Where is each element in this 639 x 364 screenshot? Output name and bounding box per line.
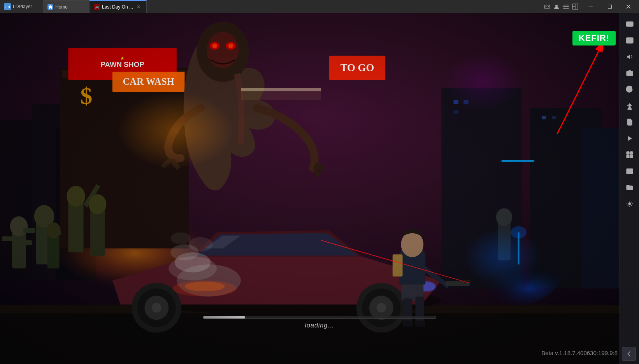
svg-text:★: ★ <box>120 56 125 61</box>
svg-point-58 <box>207 32 239 68</box>
minimize-button[interactable] <box>582 0 600 13</box>
home-tab-favicon <box>47 4 53 10</box>
keyboard-button[interactable] <box>622 33 637 48</box>
svg-rect-122 <box>630 152 633 154</box>
menu-icon[interactable] <box>562 3 570 10</box>
virtual-gps-button[interactable] <box>622 98 637 114</box>
svg-rect-123 <box>627 155 629 158</box>
svg-rect-124 <box>630 155 633 158</box>
svg-rect-121 <box>627 152 629 154</box>
svg-rect-25 <box>453 100 458 104</box>
svg-rect-104 <box>627 23 628 24</box>
svg-point-74 <box>89 194 106 214</box>
screenshot-button[interactable] <box>622 65 637 81</box>
folder-button[interactable] <box>622 180 637 195</box>
svg-marker-120 <box>628 136 632 141</box>
svg-point-5 <box>548 6 549 7</box>
svg-text:$: $ <box>80 82 92 109</box>
svg-text:CAR WASH: CAR WASH <box>123 76 174 87</box>
svg-point-49 <box>152 303 162 313</box>
svg-rect-66 <box>22 240 32 245</box>
svg-rect-9 <box>563 6 569 7</box>
svg-text:🎮: 🎮 <box>95 5 100 10</box>
version-text: Beta v.1.18.7.400630:199.9:8 <box>541 350 618 356</box>
game-tab-label: Last Day On ... <box>102 4 133 10</box>
layout-icon[interactable] <box>571 3 579 10</box>
svg-point-96 <box>170 232 191 244</box>
record-button[interactable] <box>622 131 637 146</box>
svg-rect-8 <box>563 5 569 5</box>
settings-button[interactable] <box>622 196 637 212</box>
window-button[interactable] <box>622 163 637 179</box>
svg-rect-65 <box>2 236 12 241</box>
svg-point-64 <box>10 216 28 236</box>
svg-point-76 <box>46 222 61 238</box>
svg-rect-71 <box>68 200 83 252</box>
svg-rect-106 <box>630 23 632 24</box>
svg-rect-100 <box>241 88 321 100</box>
svg-point-6 <box>549 7 549 7</box>
zoom-button[interactable] <box>622 147 637 163</box>
game-scene-svg: PAWN SHOP ★ $ CAR WASH TO GO <box>0 13 639 364</box>
tab-bar: Home 🎮 Last Day On ... ✕ <box>43 0 540 13</box>
svg-point-128 <box>628 169 629 170</box>
svg-point-98 <box>184 282 225 291</box>
ld-logo-icon: LD <box>4 3 11 10</box>
svg-rect-73 <box>90 208 105 257</box>
app-logo: LD LDPlayer <box>0 3 43 10</box>
svg-point-92 <box>511 226 527 238</box>
game-tab-favicon: 🎮 <box>94 4 100 10</box>
svg-point-62 <box>228 44 233 48</box>
svg-point-61 <box>212 44 217 48</box>
loading-bar-track <box>203 316 436 319</box>
right-toolbar: APK <box>620 13 639 364</box>
svg-text:TO GO: TO GO <box>341 62 374 74</box>
tab-close-button[interactable]: ✕ <box>135 4 142 10</box>
svg-rect-26 <box>463 100 468 104</box>
volume-button[interactable] <box>622 49 637 65</box>
svg-rect-69 <box>23 228 35 233</box>
svg-point-117 <box>628 72 631 75</box>
svg-point-53 <box>376 303 386 313</box>
svg-rect-10 <box>563 8 569 9</box>
svg-rect-29 <box>552 116 556 119</box>
window-controls <box>582 0 639 13</box>
svg-point-72 <box>67 186 85 207</box>
gamepad-icon[interactable] <box>543 3 551 10</box>
svg-rect-107 <box>627 24 632 26</box>
svg-point-129 <box>628 203 631 205</box>
svg-rect-14 <box>589 7 593 7</box>
tab-game[interactable]: 🎮 Last Day On ... ✕ <box>90 0 147 13</box>
keyboard-layout-button[interactable] <box>622 16 637 32</box>
close-button[interactable] <box>620 0 637 13</box>
svg-rect-27 <box>453 110 458 114</box>
home-tab-label: Home <box>55 4 68 10</box>
svg-text:PAWN SHOP: PAWN SHOP <box>101 60 144 68</box>
svg-point-95 <box>189 237 213 252</box>
svg-text:APK: APK <box>628 122 632 124</box>
app-title-label: LDPlayer <box>13 4 32 9</box>
back-button[interactable] <box>622 347 636 361</box>
tab-home[interactable]: Home <box>43 0 90 13</box>
svg-text:LD: LD <box>5 5 10 9</box>
svg-rect-15 <box>608 5 612 9</box>
svg-rect-82 <box>393 254 403 276</box>
svg-rect-105 <box>628 23 630 24</box>
svg-point-90 <box>496 208 512 226</box>
maximize-button[interactable] <box>601 0 619 13</box>
svg-rect-28 <box>542 116 546 119</box>
loading-bar-fill <box>203 316 245 318</box>
user-icon[interactable] <box>553 3 560 10</box>
titlebar: LD LDPlayer Home 🎮 Last Day On ... ✕ <box>0 0 639 13</box>
main-content: PAWN SHOP ★ $ CAR WASH TO GO <box>0 13 639 364</box>
rotate-button[interactable] <box>622 82 637 97</box>
titlebar-right-icons <box>540 3 582 10</box>
svg-rect-89 <box>498 220 511 260</box>
kefir-badge: KEFIR! <box>572 31 616 46</box>
loading-container: loading... <box>203 316 436 329</box>
apk-button[interactable]: APK <box>622 114 637 130</box>
svg-rect-30 <box>502 160 534 162</box>
loading-text: loading... <box>203 322 436 329</box>
svg-point-127 <box>627 169 628 170</box>
